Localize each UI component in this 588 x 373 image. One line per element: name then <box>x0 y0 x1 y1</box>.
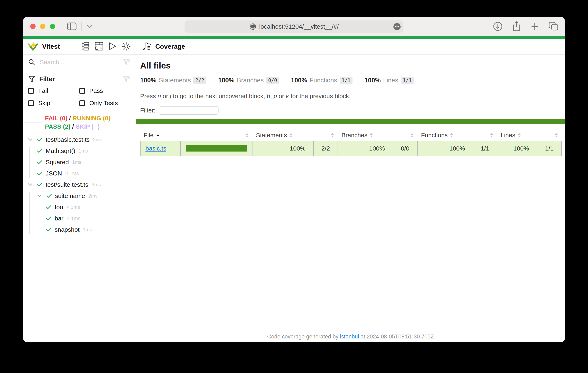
zoom-button[interactable] <box>50 24 55 29</box>
column-header-functions[interactable]: Functions <box>418 132 473 139</box>
tree-item-test[interactable]: snapshot 1ms <box>23 224 136 235</box>
globe-icon <box>249 23 256 30</box>
column-header-functions-raw[interactable] <box>473 133 497 137</box>
sort-icon[interactable] <box>290 133 292 137</box>
file-link[interactable]: basic.ts <box>141 145 166 152</box>
checkbox-pass[interactable] <box>79 88 85 94</box>
coverage-panel: Coverage All files 100% Statements 2/2 1… <box>136 39 565 342</box>
coverage-filter-input[interactable] <box>159 106 219 115</box>
sort-icon[interactable] <box>450 133 453 137</box>
tree-item-test[interactable]: JSON < 1ms <box>23 168 136 179</box>
sort-icon[interactable] <box>490 133 493 137</box>
tree-item-file[interactable]: test/suite.test.ts 3ms <box>23 179 136 190</box>
share-icon[interactable] <box>512 21 521 31</box>
address-bar[interactable]: localhost:51204/__vitest__/#/ <box>185 21 403 33</box>
chevron-down-icon[interactable] <box>37 194 43 197</box>
chevron-down-icon[interactable] <box>28 183 33 186</box>
downloads-icon[interactable] <box>493 22 503 31</box>
chevron-down-icon[interactable] <box>28 138 33 141</box>
dashboard-icon[interactable] <box>95 42 103 51</box>
minimize-button[interactable] <box>40 24 45 29</box>
fraction-badge: 0/0 <box>266 77 279 84</box>
sort-icon[interactable] <box>518 133 521 137</box>
sort-icon[interactable] <box>245 133 248 137</box>
test-duration: 1ms <box>79 148 88 154</box>
checkbox-fail[interactable] <box>28 88 34 94</box>
pass-check-icon <box>37 138 42 142</box>
tree-item-test[interactable]: foo < 1ms <box>23 201 136 213</box>
tab-overview-icon[interactable] <box>549 22 558 31</box>
coverage-footer: Code coverage generated by istanbul at 2… <box>136 333 565 340</box>
column-header-branches[interactable]: Branches <box>338 132 393 139</box>
filter-panel: Filter Fail Pass <box>23 70 136 109</box>
theme-toggle-icon[interactable] <box>122 42 131 51</box>
sort-asc-indicator <box>156 134 160 136</box>
stat-statements: 100% Statements 2/2 <box>140 77 206 84</box>
fraction-badge: 1/1 <box>401 77 414 84</box>
all-files-heading: All files <box>140 61 565 71</box>
pass-check-icon <box>46 216 51 220</box>
checkbox-skip[interactable] <box>28 100 34 106</box>
stat-functions: 100% Functions 1/1 <box>291 77 353 84</box>
branches-raw-cell: 0/0 <box>393 141 418 156</box>
filter-option-fail[interactable]: Fail <box>28 87 79 94</box>
keyboard-hint: Press n or j to go to the next uncovered… <box>140 93 565 100</box>
column-header-file-bar[interactable] <box>181 133 252 137</box>
chevron-down-icon[interactable] <box>87 25 92 28</box>
tree-item-test[interactable]: Math.sqrt() 1ms <box>23 145 136 156</box>
column-header-lines[interactable]: Lines <box>497 132 537 139</box>
test-progress-bar <box>23 36 565 39</box>
column-header-branches-raw[interactable] <box>393 133 418 137</box>
coverage-status-band <box>136 119 565 124</box>
close-button[interactable] <box>30 24 36 29</box>
tree-item-test[interactable]: Squared 1ms <box>23 156 136 168</box>
pass-check-icon <box>46 194 52 198</box>
new-tab-icon[interactable] <box>531 22 539 31</box>
pass-check-icon <box>46 205 51 209</box>
tree-view-icon[interactable] <box>81 42 89 51</box>
functions-raw-cell: 1/1 <box>473 141 497 156</box>
checkbox-only-tests[interactable] <box>79 100 85 106</box>
funnel-icon <box>28 76 35 83</box>
toolbar-divider <box>81 22 82 31</box>
url-text: localhost:51204/__vitest__/#/ <box>259 23 339 30</box>
tree-guide-line <box>29 147 30 178</box>
sidebar-toggle-icon[interactable] <box>67 22 76 30</box>
tree-item-file[interactable]: test/basic.test.ts 2ms <box>23 134 136 145</box>
page-settings-button[interactable] <box>393 23 401 30</box>
skip-count: SKIP (--) <box>76 123 100 130</box>
sort-icon[interactable] <box>370 133 373 137</box>
column-header-statements-raw[interactable] <box>314 133 338 137</box>
test-duration: < 1ms <box>66 204 80 210</box>
panel-divider <box>23 122 42 123</box>
statements-pct-cell: 100% <box>252 141 314 156</box>
test-duration: 3ms <box>92 182 101 187</box>
pass-check-icon <box>46 228 51 232</box>
browser-titlebar: localhost:51204/__vitest__/#/ <box>23 17 565 36</box>
column-header-lines-raw[interactable] <box>537 133 562 137</box>
filter-option-only-tests[interactable]: Only Tests <box>79 100 131 106</box>
coverage-header: Coverage <box>136 39 565 55</box>
istanbul-link[interactable]: istanbul <box>340 333 359 340</box>
tree-item-suite[interactable]: suite name 2ms <box>23 190 136 201</box>
stat-branches: 100% Branches 0/0 <box>218 77 279 84</box>
fail-count: FAIL (0) <box>45 115 67 122</box>
clear-search-filter-icon[interactable] <box>123 59 130 65</box>
filter-option-pass[interactable]: Pass <box>79 87 131 94</box>
column-header-statements[interactable]: Statements <box>252 132 314 139</box>
sort-icon[interactable] <box>411 133 413 137</box>
sort-icon[interactable] <box>555 133 558 137</box>
test-duration: < 1ms <box>65 171 79 176</box>
run-all-icon[interactable] <box>109 42 116 51</box>
filter-option-skip[interactable]: Skip <box>28 100 79 106</box>
lines-pct-cell: 100% <box>497 141 537 156</box>
vitest-logo-icon <box>28 42 38 51</box>
tree-item-test[interactable]: bar < 1ms <box>23 213 136 224</box>
test-duration: < 1ms <box>67 216 80 221</box>
sort-icon[interactable] <box>331 133 334 137</box>
clear-filters-icon[interactable] <box>123 76 130 83</box>
functions-pct-cell: 100% <box>418 141 473 156</box>
test-duration: 1ms <box>72 159 81 165</box>
search-input[interactable] <box>40 59 123 66</box>
column-header-file[interactable]: File <box>140 132 181 139</box>
